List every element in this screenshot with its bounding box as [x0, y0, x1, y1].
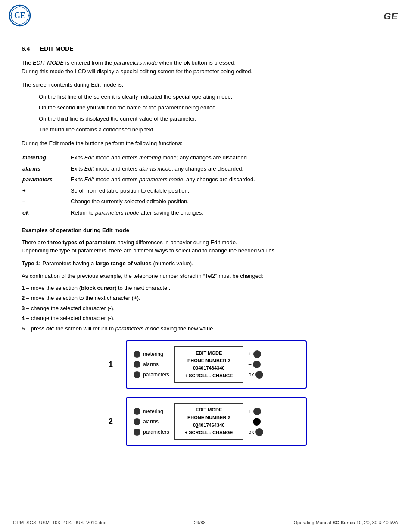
lcd-line4-1: + SCROLL - CHANGE: [179, 372, 239, 380]
main-content: 6.4 EDIT MODE The EDIT MODE is entered f…: [0, 31, 411, 472]
btn-parameters-label-2: parameters: [143, 429, 169, 435]
function-key-ok: ok: [22, 208, 70, 218]
intro-para1b: During this mode the LCD will display a …: [22, 68, 252, 75]
examples-title: Examples of operation during Edit mode: [22, 226, 389, 235]
diagram-number-2: 2: [104, 417, 117, 426]
screen-line2: On the second line you will find the nam…: [39, 103, 389, 112]
function-desc-ok: Return to parameters mode after saving t…: [71, 208, 389, 218]
alarms-circle-icon-2: [134, 418, 140, 425]
side-ok-circle-1: [255, 371, 263, 379]
section-number: 6.4: [22, 45, 30, 52]
type1-line: Type 1: Parameters having a large range …: [22, 259, 389, 268]
metering-circle-icon-1: [134, 351, 140, 358]
function-desc-parameters: Exits Edit mode and enters parameters mo…: [71, 174, 389, 185]
side-btn-minus-2: –: [249, 418, 261, 426]
left-buttons-1: metering alarms parameters: [134, 351, 169, 378]
side-minus-circle-2: [253, 418, 261, 426]
function-alarms: alarms Exits Edit mode and enters alarms…: [22, 164, 389, 174]
lcd-line3-1: 004017464340: [179, 364, 239, 372]
svg-text:GE: GE: [14, 11, 25, 20]
step4: 4 – change the selected character (-).: [22, 314, 389, 323]
function-ok: ok Return to parameters mode after savin…: [22, 208, 389, 218]
intro-para1: The EDIT MODE is entered from the parame…: [22, 59, 389, 75]
ge-logo-icon: GE: [9, 4, 31, 27]
three-types-bold: three types of parameters: [47, 239, 116, 246]
footer-manual-prefix: Operating Manual: [293, 520, 333, 525]
right-buttons-1: + – ok: [249, 350, 264, 379]
diagram-number-1: 1: [104, 360, 117, 369]
lcd-line1-2: EDIT MODE: [179, 406, 239, 414]
function-desc-metering: Exits Edit mode and enters metering mode…: [71, 152, 389, 163]
continuation-para: As continuation of the previous example,…: [22, 272, 389, 280]
section-title: 6.4 EDIT MODE: [22, 44, 389, 53]
footer-manual: Operating Manual SG Series 10, 20, 30 & …: [293, 520, 398, 525]
side-plus-circle-2: [253, 408, 261, 415]
page-header: GE GE: [0, 0, 411, 31]
device-box-1: metering alarms parameters EDIT MODE PHO…: [126, 340, 307, 389]
device-box-2: metering alarms parameters EDIT MODE PHO…: [126, 397, 307, 445]
parameters-circle-icon-2: [134, 429, 140, 436]
lcd-line3-rest-2: 4017464340: [198, 423, 224, 428]
function-desc-minus: Change the currently selected editable p…: [71, 196, 389, 207]
function-key-minus: –: [22, 196, 70, 207]
btn-metering-label-1: metering: [143, 351, 163, 357]
alarms-circle-icon-1: [134, 361, 140, 368]
params-mode-em: parameters mode: [114, 59, 158, 66]
function-desc-plus: Scroll from editable position to editabl…: [71, 186, 389, 196]
lcd-line3-2: 004017464340: [179, 422, 239, 429]
footer-filename: OPM_SGS_USM_10K_40K_0US_V010.doc: [13, 520, 106, 525]
left-buttons-2: metering alarms parameters: [134, 408, 169, 436]
diagram-row-2: 2 metering alarms parameters: [104, 397, 307, 445]
side-minus-label-2: –: [249, 419, 252, 425]
functions-intro: During the Edit mode the buttons perform…: [22, 139, 389, 148]
lcd-screen-2: EDIT MODE PHONE NUMBER 2 004017464340 + …: [174, 403, 243, 439]
function-plus: + Scroll from editable position to edita…: [22, 186, 389, 196]
diagram-row-1: 1 metering alarms parameters: [104, 340, 307, 389]
diagrams-container: 1 metering alarms parameters: [22, 340, 389, 446]
ge-logo-container: GE: [9, 4, 31, 28]
btn-alarms-label-2: alarms: [143, 419, 159, 425]
screen-line3: On the third line is displayed the curre…: [39, 115, 389, 123]
steps-list: 1 – move the selection (block cursor) to…: [22, 284, 389, 333]
type1-label: Type 1:: [22, 260, 41, 267]
examples-para1: There are three types of parameters havi…: [22, 238, 389, 255]
btn-metering-1: metering: [134, 351, 169, 358]
function-key-parameters: parameters: [22, 174, 70, 185]
step1: 1 – move the selection (block cursor) to…: [22, 284, 389, 292]
step2: 2 – move the selection to the next chara…: [22, 294, 389, 302]
function-minus: – Change the currently selected editable…: [22, 196, 389, 207]
step3: 3 – change the selected character (-).: [22, 304, 389, 313]
lcd-line3-rest-1: 04017464340: [196, 365, 224, 370]
side-btn-ok-2: ok: [249, 428, 264, 436]
btn-metering-2: metering: [134, 408, 169, 415]
footer-manual-bold: SG Series: [333, 520, 355, 525]
btn-alarms-label-1: alarms: [143, 361, 159, 367]
footer-manual-suffix: 10, 20, 30 & 40 kVA: [355, 520, 398, 525]
edit-mode-em: EDIT MODE: [33, 59, 64, 66]
right-buttons-2: + – ok: [249, 408, 264, 436]
function-key-plus: +: [22, 186, 70, 196]
btn-metering-label-2: metering: [143, 408, 163, 414]
lcd-line2-2: PHONE NUMBER 2: [179, 414, 239, 422]
btn-parameters-label-1: parameters: [143, 372, 169, 378]
metering-circle-icon-2: [134, 408, 140, 415]
side-minus-circle-1: [253, 361, 261, 368]
side-ok-circle-2: [255, 428, 263, 436]
side-plus-label-2: +: [249, 408, 252, 414]
side-btn-ok-1: ok: [249, 371, 264, 379]
function-key-metering: metering: [22, 152, 70, 163]
parameters-circle-icon-1: [134, 371, 140, 378]
side-btn-plus-1: +: [249, 350, 261, 358]
large-range-bold: large range of values: [96, 260, 152, 267]
footer-page: 29/88: [194, 520, 206, 525]
function-key-alarms: alarms: [22, 164, 70, 174]
page-footer: OPM_SGS_USM_10K_40K_0US_V010.doc 29/88 O…: [0, 516, 411, 525]
btn-alarms-1: alarms: [134, 361, 169, 368]
side-ok-label-1: ok: [249, 372, 254, 378]
function-desc-alarms: Exits Edit mode and enters alarms mode; …: [71, 164, 389, 174]
ok-bold: ok: [184, 59, 190, 66]
brand-name: GE: [383, 11, 398, 22]
functions-table: metering Exits Edit mode and enters mete…: [22, 152, 389, 218]
side-minus-label-1: –: [249, 361, 252, 367]
section-heading: EDIT MODE: [40, 45, 74, 52]
